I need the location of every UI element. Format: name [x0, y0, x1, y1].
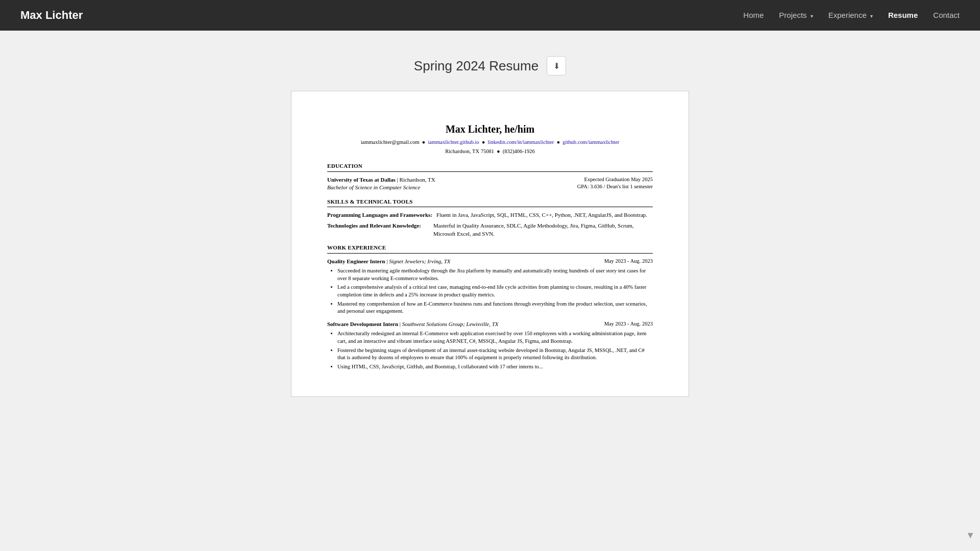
resume-paper: Max Lichter, he/him iammaxlichter@gmail.… [291, 91, 689, 397]
nav-link-projects[interactable]: Projects ▾ [779, 11, 813, 19]
skills-row-1: Technologies and Relevant Knowledge: Mas… [327, 222, 653, 238]
resume-contact: iammaxlichter@gmail.com ● iammaxlichter.… [327, 139, 653, 146]
job-0-bullet-0: Succeeded in mastering agile methodology… [337, 267, 653, 282]
job-1-bullet-0: Architecturally redesigned an internal E… [337, 330, 653, 345]
job-0: Quality Engineer Intern | Signet Jeweler… [327, 258, 653, 316]
nav-links: Home Projects ▾ Experience ▾ Resume Cont… [743, 11, 960, 20]
resume-title-row: Spring 2024 Resume ⬇ [414, 56, 566, 76]
job-0-dates: May 2023 - Aug. 2023 [604, 258, 653, 265]
nav-item-experience[interactable]: Experience ▾ [828, 11, 873, 20]
job-0-title-company: Quality Engineer Intern | Signet Jeweler… [327, 258, 451, 265]
github-pages-link[interactable]: iammaxlichter.github.io [428, 139, 479, 145]
github-link[interactable]: github.com/iammaxlichter [562, 139, 619, 145]
job-0-bullets: Succeeded in mastering agile methodology… [327, 267, 653, 315]
skills-value-0: Fluent in Java, JavaScript, SQL, HTML, C… [436, 211, 653, 219]
education-left: University of Texas at Dallas | Richards… [327, 176, 435, 192]
projects-dropdown-icon: ▾ [811, 13, 813, 19]
job-1-bullet-2: Using HTML, CSS, JavaScript, GitHub, and… [337, 363, 653, 371]
job-0-bullet-1: Led a comprehensive analysis of a critic… [337, 284, 653, 298]
skills-label-0: Programming Languages and Frameworks: [327, 211, 432, 219]
nav-item-home[interactable]: Home [743, 11, 764, 20]
job-1: Software Development Intern | Southwest … [327, 320, 653, 371]
skills-value-1: Masterful in Quality Assurance, SDLC, Ag… [433, 222, 653, 238]
experience-dropdown-icon: ▾ [870, 13, 873, 19]
gpa: GPA: 3.636 / Dean's list 1 semester [577, 183, 653, 191]
work-section-title: WORK EXPERIENCE [327, 244, 653, 253]
resume-location: Richardson, TX 75081 ● (832)406-1926 [327, 148, 653, 156]
email: iammaxlichter@gmail.com [361, 139, 420, 145]
education-entry: University of Texas at Dallas | Richards… [327, 176, 653, 192]
skills-label-1: Technologies and Relevant Knowledge: [327, 222, 429, 238]
download-icon: ⬇ [553, 61, 560, 71]
resume-name: Max Lichter, he/him [327, 122, 653, 136]
job-1-dates: May 2023 - Aug. 2023 [604, 320, 653, 328]
job-0-bullet-2: Mastered my comprehension of how an E-Co… [337, 300, 653, 315]
job-1-bullet-1: Fostered the beginning stages of develop… [337, 347, 653, 362]
nav-link-resume[interactable]: Resume [888, 11, 918, 19]
job-0-header: Quality Engineer Intern | Signet Jeweler… [327, 258, 653, 265]
nav-item-contact[interactable]: Contact [933, 11, 960, 20]
nav-link-experience[interactable]: Experience ▾ [828, 11, 873, 19]
job-1-bullets: Architecturally redesigned an internal E… [327, 330, 653, 370]
page-content: Spring 2024 Resume ⬇ Max Lichter, he/him… [0, 31, 980, 422]
education-right: Expected Graduation May 2025 GPA: 3.636 … [577, 176, 653, 191]
nav-item-projects[interactable]: Projects ▾ [779, 11, 813, 20]
nav-item-resume[interactable]: Resume [888, 11, 918, 20]
linkedin-link[interactable]: linkedin.com/in/iammaxlichter [488, 139, 554, 145]
nav-brand[interactable]: Max Lichter [20, 9, 83, 22]
graduation-date: Expected Graduation May 2025 [577, 176, 653, 184]
navbar: Max Lichter Home Projects ▾ Experience ▾… [0, 0, 980, 31]
skills-list: Programming Languages and Frameworks: Fl… [327, 211, 653, 238]
school-name: University of Texas at Dallas | Richards… [327, 176, 435, 184]
resume-header: Max Lichter, he/him iammaxlichter@gmail.… [327, 122, 653, 155]
job-1-header: Software Development Intern | Southwest … [327, 320, 653, 328]
download-button[interactable]: ⬇ [547, 56, 566, 76]
skills-row-0: Programming Languages and Frameworks: Fl… [327, 211, 653, 219]
page-title: Spring 2024 Resume [414, 58, 538, 74]
job-1-title-company: Software Development Intern | Southwest … [327, 320, 499, 328]
skills-section-title: SKILLS & TECHNICAL TOOLS [327, 198, 653, 207]
education-section-title: EDUCATION [327, 162, 653, 171]
nav-link-contact[interactable]: Contact [933, 11, 960, 19]
degree: Bachelor of Science in Computer Science [327, 184, 435, 191]
nav-link-home[interactable]: Home [743, 11, 764, 19]
